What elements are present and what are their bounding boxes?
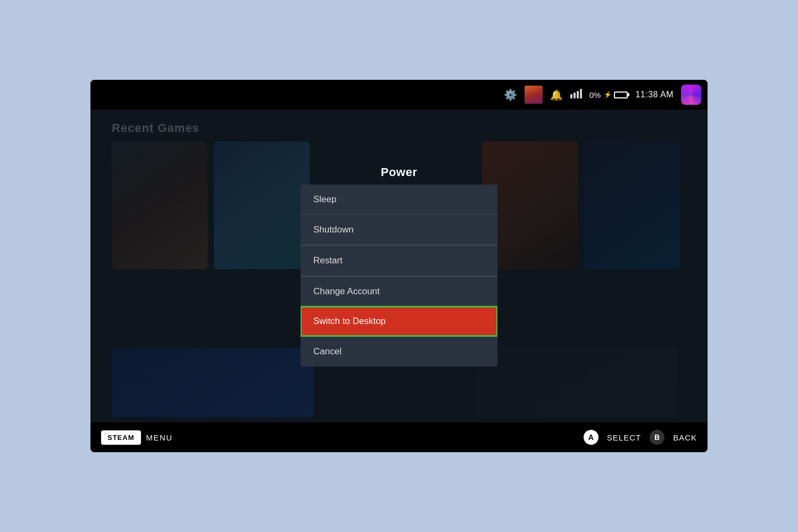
svg-rect-2: [577, 91, 579, 98]
bottom-right-controls: A SELECT B BACK: [584, 430, 697, 445]
menu-item-cancel[interactable]: Cancel: [301, 336, 497, 367]
battery-icon: ⚡: [604, 91, 628, 98]
menu-item-sleep[interactable]: Sleep: [301, 185, 497, 215]
battery-status: 0% ⚡: [589, 90, 628, 99]
power-menu: Sleep Shutdown Restart Change Account Sw…: [301, 185, 497, 367]
app-icon[interactable]: [681, 85, 701, 105]
back-label: BACK: [673, 433, 697, 442]
battery-percent-text: 0%: [589, 90, 601, 99]
dialog-backdrop: Power Sleep Shutdown Restart Change Acco…: [90, 110, 708, 422]
signal-icon: [570, 89, 582, 101]
main-content: Recent Games Power Sleep Shutdown: [90, 110, 708, 422]
menu-item-shutdown[interactable]: Shutdown: [301, 215, 497, 245]
topbar: ⚙️ 🔔 0% ⚡ 11:38 AM: [90, 80, 708, 110]
svg-rect-3: [580, 89, 582, 98]
menu-item-change-account[interactable]: Change Account: [301, 276, 497, 306]
select-label: SELECT: [607, 433, 641, 442]
settings-icon[interactable]: ⚙️: [504, 88, 517, 101]
avatar[interactable]: [525, 86, 543, 104]
svg-rect-0: [570, 94, 572, 98]
b-button[interactable]: B: [650, 430, 664, 445]
menu-item-switch-to-desktop[interactable]: Switch to Desktop: [301, 306, 497, 336]
bottombar: STEAM MENU A SELECT B BACK: [90, 422, 708, 452]
bell-icon[interactable]: 🔔: [550, 89, 563, 101]
menu-item-restart[interactable]: Restart: [301, 245, 497, 276]
dialog-title: Power: [381, 165, 418, 179]
steam-button[interactable]: STEAM: [101, 430, 141, 445]
screen: ⚙️ 🔔 0% ⚡ 11:38 AM: [90, 80, 708, 452]
a-button[interactable]: A: [584, 430, 598, 445]
svg-rect-1: [573, 93, 576, 98]
clock: 11:38 AM: [635, 90, 674, 99]
menu-label: MENU: [146, 433, 173, 442]
